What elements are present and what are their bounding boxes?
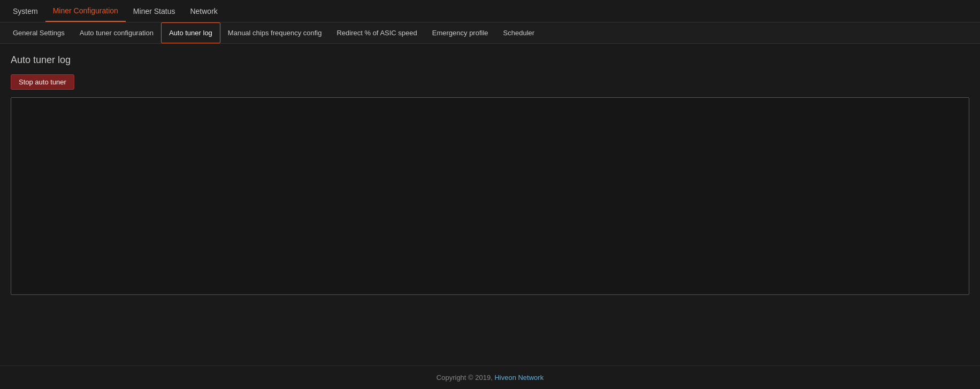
footer: Copyright © 2019, Hiveon Network <box>0 365 980 389</box>
sub-nav-item-general-settings[interactable]: General Settings <box>5 22 72 43</box>
sub-nav-item-auto-tuner-configuration[interactable]: Auto tuner configuration <box>72 22 161 43</box>
top-nav-item-system[interactable]: System <box>5 0 45 22</box>
hiveon-network-link[interactable]: Hiveon Network <box>494 374 543 382</box>
top-nav: SystemMiner ConfigurationMiner StatusNet… <box>0 0 980 22</box>
sub-nav: General SettingsAuto tuner configuration… <box>0 22 980 44</box>
footer-text: Copyright © 2019, <box>437 374 495 382</box>
page-title: Auto tuner log <box>11 55 969 66</box>
auto-tuner-log-textarea[interactable] <box>11 97 969 295</box>
top-nav-item-miner-configuration[interactable]: Miner Configuration <box>45 0 126 22</box>
top-nav-item-network[interactable]: Network <box>182 0 225 22</box>
sub-nav-item-auto-tuner-log[interactable]: Auto tuner log <box>161 22 220 43</box>
top-nav-item-miner-status[interactable]: Miner Status <box>126 0 183 22</box>
stop-auto-tuner-button[interactable]: Stop auto tuner <box>11 74 74 90</box>
sub-nav-item-redirect-asic-speed[interactable]: Redirect % of ASIC speed <box>329 22 424 43</box>
sub-nav-item-scheduler[interactable]: Scheduler <box>496 22 542 43</box>
sub-nav-item-emergency-profile[interactable]: Emergency profile <box>425 22 496 43</box>
main-content: Auto tuner log Stop auto tuner <box>0 44 980 365</box>
sub-nav-item-manual-chips-frequency-config[interactable]: Manual chips frequency config <box>220 22 330 43</box>
